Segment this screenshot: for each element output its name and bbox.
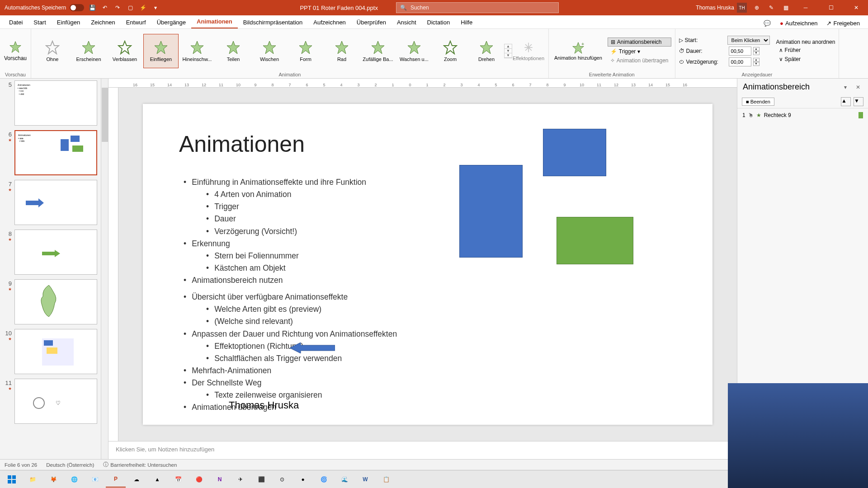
start-menu-button[interactable] [2,471,22,488]
tab-animationen[interactable]: Animationen [191,15,238,28]
globe-icon[interactable]: ⊕ [752,3,761,12]
anim-erscheinen[interactable]: Erscheinen [71,34,106,68]
maximize-button[interactable]: ☐ [821,0,841,15]
anim-form[interactable]: Form [288,34,323,68]
thumbnail-7[interactable]: 7★ [4,180,97,225]
taskbar-app-icon[interactable]: 📋 [376,471,396,488]
move-earlier-button[interactable]: ∧ Früher [776,46,835,54]
duration-input[interactable] [729,47,751,56]
taskbar-outlook-icon[interactable]: 📧 [85,471,105,488]
search-input[interactable] [410,5,555,11]
anim-wischen[interactable]: Wischen [252,34,287,68]
present-icon[interactable]: ▢ [126,3,135,12]
window-layout-icon[interactable]: ▦ [781,3,790,12]
pen-icon[interactable]: ✎ [767,3,776,12]
taskbar-app-icon[interactable]: ☁ [127,471,146,488]
taskbar-word-icon[interactable]: W [355,471,375,488]
taskbar-app-icon[interactable]: 🔴 [189,471,209,488]
close-button[interactable]: ✕ [846,0,866,15]
taskbar-vlc-icon[interactable]: ▲ [147,471,167,488]
share-button[interactable]: ↗ Freigeben [822,18,864,28]
tab-aufzeichnen[interactable]: Aufzeichnen [308,16,351,28]
pane-move-down[interactable]: ▼ [854,97,863,106]
tab-ansicht[interactable]: Ansicht [392,16,422,28]
shape-rectangle-blue-wide[interactable] [543,129,606,176]
gallery-expand[interactable]: ▼ [505,53,512,58]
status-language[interactable]: Deutsch (Österreich) [46,462,94,468]
thumbnail-5[interactable]: 5Animationen• aaa bbb • ccc • ddd [4,80,97,126]
record-button[interactable]: ●Aufzeichnen [775,18,822,28]
taskbar-app-icon[interactable]: ⬛ [251,471,271,488]
taskbar-app-icon[interactable]: 🌀 [314,471,334,488]
taskbar-app-icon[interactable]: ● [293,471,313,488]
trigger-button[interactable]: ⚡ Trigger ▾ [608,47,671,56]
preview-button[interactable]: Vorschau [4,39,27,63]
taskbar-obs-icon[interactable]: ⊙ [272,471,292,488]
anim-teilen[interactable]: Teilen [216,34,251,68]
status-accessibility[interactable]: ⓘ Barrierefreiheit: Untersuchen [103,461,177,468]
tab-bildschirmpraesentation[interactable]: Bildschirmpräsentation [238,16,308,28]
thumbnail-8[interactable]: 8★ [4,230,97,275]
taskbar-edge-icon[interactable]: 🌊 [335,471,354,488]
pane-move-up[interactable]: ▲ [841,97,851,106]
slide-canvas[interactable]: Animationen Einführung in Animationseffe… [118,88,737,441]
user-account[interactable]: Thomas Hruska TH [696,3,747,13]
thumbnail-10[interactable]: 10★ [4,329,97,374]
tab-datei[interactable]: Datei [4,16,28,28]
undo-icon[interactable]: ↶ [100,3,109,12]
taskbar-app-icon[interactable]: 📅 [168,471,188,488]
duration-up[interactable]: ▲ [753,47,760,51]
thumbnail-6[interactable]: 6★Animationen• aaa • bbb [4,130,97,175]
anim-wachsen[interactable]: Wachsen u... [396,34,432,68]
tab-dictation[interactable]: Dictation [422,16,456,28]
delay-input[interactable] [729,57,751,66]
save-icon[interactable]: 💾 [88,3,97,12]
anim-verblassen[interactable]: Verblassen [107,34,142,68]
anim-einfliegen[interactable]: Einfliegen [143,34,179,68]
animation-list-item[interactable]: 1 🖱 ★ Rechteck 9 [739,110,866,120]
slide-bullets[interactable]: Einführung in Animationseffekte und ihre… [179,176,397,413]
delay-up[interactable]: ▲ [753,58,760,62]
gallery-scroll-up[interactable]: ▲ [505,44,512,49]
minimize-button[interactable]: ─ [796,0,816,15]
anim-zufaellige-balken[interactable]: Zufällige Ba... [360,34,396,68]
pane-close-icon[interactable]: ✕ [854,83,863,92]
anim-hineinschweben[interactable]: Hineinschw... [179,34,215,68]
tab-einfuegen[interactable]: Einfügen [52,16,85,28]
anim-zoom[interactable]: Zoom [433,34,468,68]
redo-icon[interactable]: ↷ [113,3,122,12]
pane-options-icon[interactable]: ▾ [841,83,850,92]
shape-arrow-left[interactable] [290,343,335,353]
anim-ohne[interactable]: Ohne [35,34,70,68]
pane-stop-button[interactable]: ■ Beenden [742,98,774,106]
anim-rad[interactable]: Rad [324,34,359,68]
tab-start[interactable]: Start [28,16,51,28]
shape-rectangle-green[interactable] [557,217,633,264]
quick-access-icon[interactable]: ⚡ [138,3,147,12]
taskbar-powerpoint-icon[interactable]: P [106,471,126,488]
comments-button[interactable]: 💬 [759,18,775,28]
effect-options-button[interactable]: Effektoptionen [512,39,545,63]
slide-author[interactable]: Thomas Hruska [229,399,299,411]
gallery-scroll-down[interactable]: ▼ [505,49,512,53]
slide-title[interactable]: Animationen [179,131,305,157]
thumbnail-11[interactable]: 11★♡ [4,379,97,424]
thumbnails-scrollbar[interactable] [101,79,108,459]
taskbar-onenote-icon[interactable]: N [210,471,230,488]
taskbar-telegram-icon[interactable]: ✈ [231,471,250,488]
autosave-toggle[interactable] [70,4,84,11]
shape-rectangle-blue-tall[interactable] [459,165,523,258]
start-select[interactable]: Beim Klicken [727,36,770,45]
animation-painter-button[interactable]: ✧ Animation übertragen [608,56,671,65]
delay-down[interactable]: ▼ [753,62,760,66]
tab-ueberpruefen[interactable]: Überprüfen [351,16,392,28]
taskbar-explorer-icon[interactable]: 📁 [23,471,42,488]
taskbar-chrome-icon[interactable]: 🌐 [64,471,84,488]
tab-uebergaenge[interactable]: Übergänge [151,16,191,28]
animation-pane-toggle[interactable]: ⊞ Animationsbereich [608,38,671,47]
status-slide-number[interactable]: Folie 6 von 26 [5,462,37,468]
qat-more-icon[interactable]: ▾ [151,3,160,12]
search-box[interactable]: 🔍 [396,2,559,13]
notes-panel[interactable]: Klicken Sie, um Notizen hinzuzufügen [108,441,737,459]
tab-zeichnen[interactable]: Zeichnen [85,16,120,28]
